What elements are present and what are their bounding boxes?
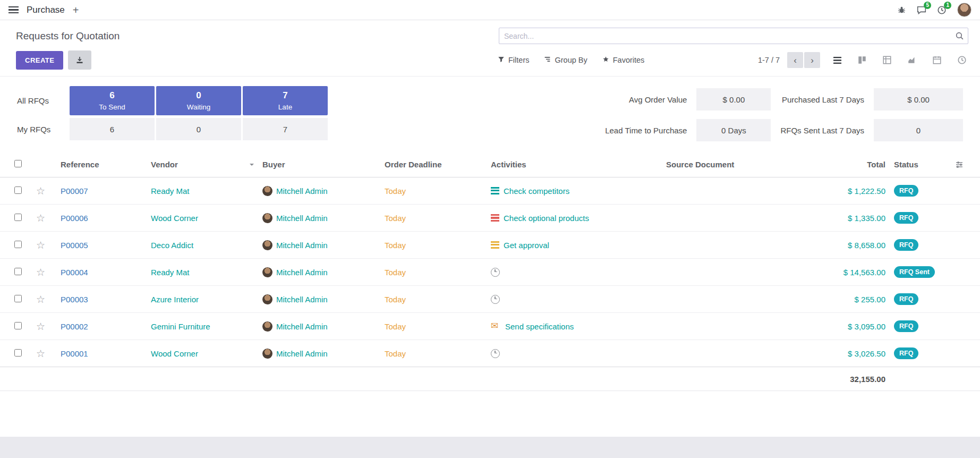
graph-view-button[interactable] [904,52,921,68]
my-kpi-late[interactable]: 7 [243,118,328,140]
table-row[interactable]: P00002 Gemini Furniture Mitchell Admin T… [0,313,980,340]
table-row[interactable]: P00001 Wood Corner Mitchell Admin Today … [0,340,980,367]
kanban-view-button[interactable] [854,52,871,68]
favorites-label: Favorites [613,56,645,64]
all-rfqs-label[interactable]: All RFQs [17,96,68,105]
reference-link[interactable]: P00002 [61,322,88,331]
vendor-link[interactable]: Gemini Furniture [151,322,210,331]
activity-label[interactable]: Get approval [504,241,549,250]
pager: 1-7 / 7 [758,52,820,68]
activity-label[interactable]: Check competitors [504,186,569,196]
my-kpi-waiting[interactable]: 0 [156,118,241,140]
vendor-link[interactable]: Deco Addict [151,241,193,250]
table-row[interactable]: P00004 Ready Mat Mitchell Admin Today $ … [0,259,980,286]
calendar-view-button[interactable] [928,52,945,68]
export-button[interactable] [68,50,91,70]
search-icon[interactable] [955,31,964,42]
table-row[interactable]: P00005 Deco Addict Mitchell Admin Today … [0,232,980,259]
reference-link[interactable]: P00007 [61,186,88,196]
row-checkbox[interactable] [14,186,22,194]
app-name[interactable]: Purchase [27,5,65,15]
vendor-link[interactable]: Ready Mat [151,268,190,277]
star-icon[interactable] [36,240,45,251]
apps-menu-icon[interactable] [8,6,19,13]
vendor-link[interactable]: Wood Corner [151,214,198,223]
kpi-card-waiting[interactable]: 0 Waiting [156,86,241,115]
buyer-link[interactable]: Mitchell Admin [276,186,328,196]
search-input[interactable] [499,28,968,44]
reference-link[interactable]: P00004 [61,268,88,277]
table-row[interactable]: P00003 Azure Interior Mitchell Admin Tod… [0,286,980,313]
row-checkbox[interactable] [14,214,22,221]
star-icon[interactable] [36,321,45,332]
activity-icon[interactable] [491,214,499,222]
activity-icon[interactable] [491,187,499,194]
vendor-link[interactable]: Azure Interior [151,295,199,304]
pager-previous-button[interactable] [787,52,803,68]
star-icon[interactable] [36,267,45,278]
activity-icon[interactable] [491,322,501,330]
buyer-link[interactable]: Mitchell Admin [276,295,328,304]
star-icon[interactable] [36,213,45,224]
star-icon[interactable] [36,348,45,359]
column-header-total[interactable]: Total [805,152,890,177]
favorites-button[interactable]: Favorites [602,56,645,64]
activities-icon[interactable]: 1 [937,5,947,15]
optional-columns-icon[interactable] [955,160,964,169]
vendor-link[interactable]: Wood Corner [151,349,198,358]
star-icon[interactable] [36,185,45,197]
row-checkbox[interactable] [14,295,22,302]
column-header-source-document[interactable]: Source Document [662,152,805,177]
reference-link[interactable]: P00001 [61,349,88,358]
user-avatar[interactable] [957,3,972,17]
reference-link[interactable]: P00005 [61,241,88,250]
column-header-buyer[interactable]: Buyer [258,152,380,177]
buyer-link[interactable]: Mitchell Admin [276,349,328,358]
row-checkbox[interactable] [14,241,22,248]
buyer-link[interactable]: Mitchell Admin [276,214,328,223]
list-view-button[interactable] [829,52,846,68]
select-all-checkbox[interactable] [14,160,22,167]
column-header-reference[interactable]: Reference [56,152,147,177]
my-kpi-to-send[interactable]: 6 [70,118,155,140]
order-deadline: Today [385,322,406,331]
activity-label[interactable]: Check optional products [504,214,589,223]
star-icon[interactable] [36,294,45,305]
vendor-link[interactable]: Ready Mat [151,186,190,196]
pager-next-button[interactable] [804,52,820,68]
column-header-vendor[interactable]: Vendor [147,152,258,177]
reference-link[interactable]: P00003 [61,295,88,304]
group-by-button[interactable]: Group By [544,56,587,64]
group-by-icon [544,56,551,64]
activity-icon[interactable] [491,349,500,358]
column-header-order-deadline[interactable]: Order Deadline [380,152,487,177]
messages-icon[interactable]: 5 [917,5,926,15]
activity-icon[interactable] [491,295,500,304]
activity-icon[interactable] [491,241,499,249]
row-checkbox[interactable] [14,322,22,329]
table-row[interactable]: P00006 Wood Corner Mitchell Admin Today … [0,205,980,232]
activity-view-button[interactable] [953,52,970,68]
kpi-card-to-send[interactable]: 6 To Send [70,86,155,115]
column-header-activities[interactable]: Activities [487,152,662,177]
rfq-list-table: Reference Vendor Buyer Order Deadline Ac… [0,152,980,391]
table-row[interactable]: P00007 Ready Mat Mitchell Admin Today Ch… [0,177,980,205]
row-checkbox[interactable] [14,268,22,275]
buyer-link[interactable]: Mitchell Admin [276,241,328,250]
activity-label[interactable]: Send specifications [505,322,574,331]
kpi-card-late[interactable]: 7 Late [243,86,328,115]
buyer-link[interactable]: Mitchell Admin [276,322,328,331]
column-header-status[interactable]: Status [890,152,951,177]
bug-icon[interactable] [897,5,906,14]
filters-button[interactable]: Filters [498,56,529,64]
reference-link[interactable]: P00006 [61,214,88,223]
page-title: Requests for Quotation [8,30,120,42]
row-checkbox[interactable] [14,349,22,357]
pivot-view-button[interactable] [879,52,896,68]
create-button[interactable]: CREATE [16,51,63,70]
plus-icon[interactable] [73,5,79,15]
table-footer-row: 32,155.00 [0,367,980,391]
my-rfqs-label[interactable]: My RFQs [17,125,68,134]
buyer-link[interactable]: Mitchell Admin [276,268,328,277]
activity-icon[interactable] [491,268,500,277]
